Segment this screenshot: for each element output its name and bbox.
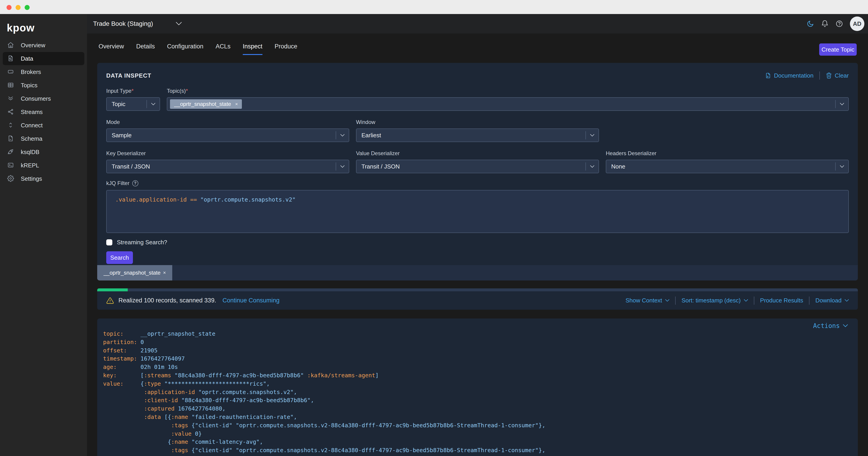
sidebar-item-label: Topics bbox=[21, 82, 37, 89]
record-token bbox=[103, 389, 144, 395]
record-token: :application-id bbox=[144, 389, 195, 395]
brokers-icon bbox=[7, 68, 14, 76]
sidebar-item-schema[interactable]: Schema bbox=[3, 132, 84, 145]
bell-icon[interactable] bbox=[821, 20, 829, 28]
record-token: :name bbox=[171, 438, 188, 445]
sidebar-item-topics[interactable]: Topics bbox=[3, 79, 84, 92]
sidebar-item-krepl[interactable]: kREPL bbox=[3, 159, 84, 172]
mode-select[interactable]: Sample bbox=[106, 129, 349, 142]
sidebar-item-overview[interactable]: Overview bbox=[3, 39, 84, 52]
record-token: :client-id bbox=[144, 397, 178, 403]
divider bbox=[675, 296, 676, 305]
result-tab[interactable]: __oprtr_snapshot_state× bbox=[97, 265, 172, 281]
kjq-filter-editor[interactable]: .value.application-id == "oprtr.compute.… bbox=[106, 190, 849, 233]
tab-details[interactable]: Details bbox=[136, 43, 155, 55]
window-select[interactable]: Earliest bbox=[356, 129, 599, 142]
record-line: timestamp: 1676427764097 bbox=[103, 355, 546, 363]
value-deserializer-select[interactable]: Transit / JSON bbox=[356, 160, 599, 173]
record-token: { bbox=[168, 438, 171, 445]
input-type-select[interactable]: Topic bbox=[106, 97, 160, 111]
value-deserializer-label: Value Deserializer bbox=[356, 150, 599, 156]
create-topic-button[interactable]: Create Topic bbox=[819, 44, 857, 56]
close-window-button[interactable] bbox=[6, 5, 11, 10]
topic-chip[interactable]: __oprtr_snapshot_state× bbox=[170, 99, 242, 109]
record-token: 1676427764080, bbox=[175, 405, 225, 412]
remove-chip-icon[interactable]: × bbox=[235, 101, 238, 107]
produce-results-control[interactable]: Produce Results bbox=[760, 297, 803, 304]
sidebar-item-connect[interactable]: Connect bbox=[3, 119, 84, 132]
record-token: :name bbox=[171, 414, 188, 420]
show-context-control[interactable]: Show Context bbox=[625, 297, 669, 304]
record-token: 21905 bbox=[141, 347, 158, 354]
search-button[interactable]: Search bbox=[106, 251, 133, 264]
tab-inspect[interactable]: Inspect bbox=[243, 43, 262, 55]
download-control[interactable]: Download bbox=[815, 297, 849, 304]
sidebar-item-data[interactable]: Data bbox=[3, 52, 84, 65]
tab-overview[interactable]: Overview bbox=[98, 43, 124, 55]
kpow-logo: kpow bbox=[7, 22, 35, 34]
help-icon[interactable] bbox=[835, 20, 843, 28]
chevron-down-icon bbox=[744, 299, 748, 302]
record-viewer: topic: __oprtr_snapshot_statepartition: … bbox=[103, 330, 546, 456]
documentation-link[interactable]: Documentation bbox=[765, 72, 813, 79]
record-token: "************************rics", bbox=[161, 380, 270, 387]
sidebar-item-label: Consumers bbox=[21, 95, 51, 102]
consumers-icon bbox=[7, 95, 14, 102]
chevron-down-icon bbox=[147, 103, 160, 106]
chevron-down-icon bbox=[336, 134, 349, 137]
chevron-down-icon bbox=[586, 134, 598, 137]
record-token: "88c4a380-dfff-4797-ac9b-beed5b87b8b6" bbox=[171, 372, 307, 379]
sort-control[interactable]: Sort: timestamp (desc) bbox=[682, 297, 748, 304]
sidebar-item-ksqldb[interactable]: ksqlDB bbox=[3, 145, 84, 159]
headers-deserializer-select[interactable]: None bbox=[606, 160, 849, 173]
record-token: :tags bbox=[171, 422, 188, 429]
zoom-window-button[interactable] bbox=[25, 5, 30, 10]
sidebar: kpow OverviewDataBrokersTopicsConsumersS… bbox=[0, 14, 87, 456]
actions-dropdown[interactable]: Actions bbox=[813, 322, 848, 330]
streaming-search-checkbox[interactable] bbox=[106, 239, 112, 246]
record-token: :type bbox=[144, 380, 161, 387]
record-line: age: 02h 01m 10s bbox=[103, 363, 546, 371]
topbar: Trade Book (Staging) AD bbox=[87, 14, 868, 33]
record-token bbox=[103, 447, 171, 454]
settings-icon bbox=[7, 175, 14, 182]
topics-label: Topic(s)* bbox=[167, 88, 849, 94]
continue-consuming-link[interactable]: Continue Consuming bbox=[222, 297, 279, 304]
help-icon[interactable]: ? bbox=[132, 180, 138, 187]
control-label: Show Context bbox=[625, 297, 662, 304]
record-token: [{ bbox=[161, 414, 171, 420]
mode-label: Mode bbox=[106, 119, 349, 125]
record-token bbox=[103, 405, 144, 412]
avatar[interactable]: AD bbox=[850, 17, 864, 31]
tab-produce[interactable]: Produce bbox=[275, 43, 298, 55]
topics-icon bbox=[7, 82, 14, 89]
sidebar-item-consumers[interactable]: Consumers bbox=[3, 92, 84, 105]
sidebar-item-settings[interactable]: Settings bbox=[3, 172, 84, 185]
sidebar-item-streams[interactable]: Streams bbox=[3, 106, 84, 118]
record-line: :value 0} bbox=[103, 455, 546, 456]
headers-deserializer-label: Headers Deserializer bbox=[606, 150, 849, 156]
record-token: {"client-id" "oprtr.compute.snapshots.v2… bbox=[188, 422, 545, 429]
panel-title: DATA INSPECT bbox=[106, 72, 151, 79]
environment-selector[interactable]: Trade Book (Staging) bbox=[93, 14, 182, 33]
sidebar-item-label: ksqlDB bbox=[21, 149, 39, 155]
record-token: :captured bbox=[144, 405, 175, 412]
streaming-search-label: Streaming Search? bbox=[117, 239, 167, 246]
data-inspect-panel: DATA INSPECT Documentation Clear bbox=[97, 63, 858, 281]
close-tab-icon[interactable]: × bbox=[163, 270, 166, 276]
record-token: timestamp: bbox=[103, 355, 141, 362]
minimize-window-button[interactable] bbox=[16, 5, 21, 10]
topbar-icons: AD bbox=[807, 14, 864, 33]
control-label: Produce Results bbox=[760, 297, 803, 304]
topics-multiselect[interactable]: __oprtr_snapshot_state× bbox=[167, 97, 849, 111]
sidebar-item-brokers[interactable]: Brokers bbox=[3, 65, 84, 79]
moon-icon[interactable] bbox=[807, 20, 814, 28]
key-deserializer-select[interactable]: Transit / JSON bbox=[106, 160, 349, 173]
tab-configuration[interactable]: Configuration bbox=[167, 43, 204, 55]
result-tab-strip: __oprtr_snapshot_state× bbox=[97, 265, 858, 281]
window-label: Window bbox=[356, 119, 599, 125]
tab-acls[interactable]: ACLs bbox=[216, 43, 230, 55]
clear-link[interactable]: Clear bbox=[826, 72, 849, 79]
record-line: :captured 1676427764080, bbox=[103, 405, 546, 413]
search-status-panel: Realized 100 records, scanned 339. Conti… bbox=[97, 288, 858, 310]
